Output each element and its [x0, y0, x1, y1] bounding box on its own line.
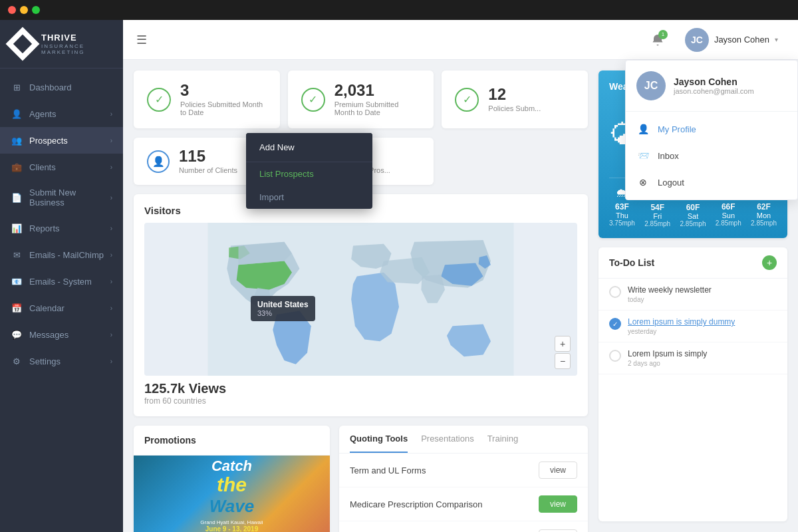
logo-diamond-inner — [13, 35, 32, 53]
user-dropdown-info: Jayson Cohen jason.cohen@gmail.com — [674, 76, 754, 95]
logo-sub: INSURANCE MARKETING — [41, 43, 112, 55]
user-dropdown-avatar: JC — [636, 71, 666, 100]
sidebar-item-dashboard[interactable]: ⊞ Dashboard — [0, 74, 123, 100]
arrow-icon: › — [110, 331, 112, 338]
tool-row-2: Long Term Care view — [339, 521, 588, 532]
todo-date-0: today — [628, 296, 712, 303]
message-icon: 💬 — [11, 329, 23, 340]
sidebar-item-submit-business[interactable]: 📄 Submit New Business › — [0, 180, 123, 215]
close-dot[interactable] — [8, 6, 16, 14]
user-avatar: JC — [685, 28, 709, 52]
todo-text-1[interactable]: Lorem ipsum is simply dummy — [628, 317, 735, 327]
settings-icon: ⚙ — [11, 355, 23, 367]
person-icon: 👤 — [636, 122, 650, 136]
paper-plane-icon: 📨 — [636, 149, 650, 162]
tab-presentations[interactable]: Presentations — [421, 426, 474, 453]
bar-chart-icon: 📊 — [11, 222, 23, 234]
sidebar-item-reports[interactable]: 📊 Reports › — [0, 215, 123, 241]
mail-system-icon: 📧 — [11, 275, 23, 287]
user-plus-icon: 👥 — [11, 134, 23, 146]
todo-item-0: Write weekly newsletter today — [598, 279, 787, 311]
todo-checkbox-2[interactable] — [609, 350, 621, 362]
arrow-icon: › — [110, 251, 112, 259]
tab-training[interactable]: Training — [487, 426, 518, 453]
arrow-icon: › — [110, 358, 112, 365]
sidebar: THRIVE INSURANCE MARKETING ⊞ Dashboard 👤… — [0, 20, 123, 532]
stat-number: 2,031 — [334, 82, 421, 98]
calendar-icon: 📅 — [11, 302, 23, 314]
arrow-icon: › — [110, 305, 112, 312]
sidebar-item-prospects[interactable]: 👥 Prospects › — [0, 127, 123, 154]
notification-button[interactable]: 1 — [646, 29, 669, 51]
todo-header: To-Do List + — [598, 247, 787, 279]
dropdown-item-logout[interactable]: ⊗ Logout — [626, 169, 797, 196]
maximize-dot[interactable] — [32, 6, 40, 14]
sidebar-item-emails-mailchimp[interactable]: ✉ Emails - MailChimp › — [0, 241, 123, 268]
check-icon: ✓ — [301, 88, 325, 112]
arrow-icon: › — [110, 225, 112, 232]
header-right: 1 JC Jayson Cohen ▾ — [646, 24, 785, 56]
stats-row-1: ✓ 3 Policies Submitted Month to Date ✓ 2… — [134, 70, 588, 128]
app-container: THRIVE INSURANCE MARKETING ⊞ Dashboard 👤… — [0, 20, 798, 532]
dropdown-import[interactable]: Import — [246, 186, 372, 209]
content-main: ✓ 3 Policies Submitted Month to Date ✓ 2… — [123, 60, 598, 532]
tool-name: Medicare Prescription Comparison — [350, 499, 539, 509]
logo-icon — [6, 27, 40, 61]
sidebar-nav: ⊞ Dashboard 👤 Agents › 👥 Prospects › 💼 C… — [0, 68, 123, 532]
user-menu-button[interactable]: JC Jayson Cohen ▾ — [678, 24, 785, 56]
stat-label: Policies Subm... — [488, 104, 541, 112]
arrow-icon: › — [110, 194, 112, 201]
title-bar — [0, 0, 798, 20]
grid-icon: ⊞ — [11, 81, 23, 93]
map-sub: from 60 countries — [144, 396, 577, 406]
sidebar-item-settings[interactable]: ⚙ Settings › — [0, 348, 123, 374]
arrow-icon: › — [110, 164, 112, 171]
dropdown-item-inbox[interactable]: 📨 Inbox — [626, 142, 797, 169]
tool-name: Term and UL Forms — [350, 466, 539, 475]
stat-number: 12 — [488, 86, 541, 102]
todo-checkbox-1[interactable]: ✓ — [609, 318, 621, 330]
briefcase-icon: 💼 — [11, 161, 23, 173]
tab-quoting-tools[interactable]: Quoting Tools — [350, 426, 408, 453]
sidebar-item-agents[interactable]: 👤 Agents › — [0, 100, 123, 127]
map-container[interactable]: United States 33% + − — [144, 223, 577, 376]
todo-add-button[interactable]: + — [762, 255, 777, 270]
person-icon: 👤 — [147, 150, 170, 173]
sidebar-item-messages[interactable]: 💬 Messages › — [0, 321, 123, 348]
user-dropdown-items: 👤 My Profile 📨 Inbox ⊗ Logout — [626, 112, 797, 200]
sidebar-logo: THRIVE INSURANCE MARKETING — [0, 20, 123, 68]
stat-policies-submitted-2: ✓ 12 Policies Subm... — [442, 70, 588, 128]
minimize-dot[interactable] — [20, 6, 28, 14]
sidebar-item-calendar[interactable]: 📅 Calendar › — [0, 295, 123, 321]
tools-card: Quoting Tools Presentations Training Ter… — [339, 426, 588, 532]
user-dropdown: JC Jayson Cohen jason.cohen@gmail.com 👤 … — [625, 60, 798, 200]
file-text-icon: 📄 — [11, 192, 23, 203]
user-dropdown-name: Jayson Cohen — [674, 76, 754, 87]
tools-tabs: Quoting Tools Presentations Training — [339, 426, 588, 454]
todo-checkbox-0[interactable] — [609, 286, 621, 298]
sidebar-item-emails-system[interactable]: 📧 Emails - System › — [0, 268, 123, 295]
people-icon: 👤 — [11, 108, 23, 120]
dropdown-list-prospects[interactable]: List Prospects — [246, 162, 372, 186]
promo-image: Catch the Wave Grand Hyatt Kauai, Hawaii… — [134, 456, 330, 532]
mail-icon: ✉ — [11, 249, 23, 261]
dropdown-item-profile[interactable]: 👤 My Profile — [626, 116, 797, 142]
tool-view-button-2[interactable]: view — [539, 529, 577, 532]
sidebar-item-clients[interactable]: 💼 Clients › — [0, 154, 123, 180]
bottom-row: Promotions Catch the Wave Grand Hyatt Ka… — [134, 426, 588, 532]
stat-label: Policies Submitted Month to Date — [180, 100, 267, 116]
hamburger-button[interactable]: ☰ — [136, 33, 147, 47]
todo-date-2: 2 days ago — [628, 360, 707, 367]
zoom-in-button[interactable]: + — [555, 336, 571, 352]
logo-text: THRIVE — [41, 33, 112, 43]
map-views: 125.7k Views — [144, 381, 577, 396]
arrow-icon: › — [110, 137, 112, 144]
tool-view-button-1[interactable]: view — [539, 495, 577, 513]
todo-card: To-Do List + Write weekly newsletter tod… — [598, 247, 787, 521]
arrow-icon: › — [110, 278, 112, 285]
close-circle-icon: ⊗ — [636, 176, 650, 189]
top-header: ☰ 1 JC Jayson Cohen ▾ — [123, 20, 798, 60]
tool-view-button-0[interactable]: view — [539, 462, 577, 479]
tool-row-0: Term and UL Forms view — [339, 454, 588, 487]
zoom-out-button[interactable]: − — [555, 353, 571, 369]
